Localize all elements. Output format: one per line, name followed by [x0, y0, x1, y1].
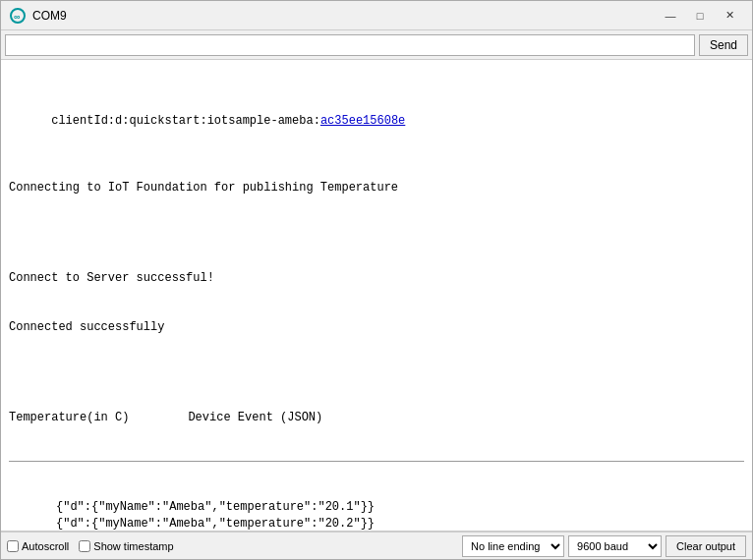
- svg-text:∞: ∞: [14, 12, 21, 22]
- serial-input[interactable]: [5, 34, 695, 56]
- baud-rate-select[interactable]: 300 baud1200 baud2400 baud4800 baud9600 …: [568, 535, 662, 557]
- clear-output-button[interactable]: Clear output: [666, 535, 746, 557]
- statusbar-left: Autoscroll Show timestamp: [7, 540, 456, 552]
- serial-monitor-window: ∞ COM9 — □ ✕ Send clientId:d:quickstart:…: [0, 0, 753, 560]
- arduino-icon: ∞: [9, 7, 27, 25]
- maximize-button[interactable]: □: [685, 6, 715, 26]
- minimize-button[interactable]: —: [656, 6, 685, 26]
- line-ending-select[interactable]: No line endingNewlineCarriage returnBoth…: [462, 535, 564, 557]
- connecting-line: Connecting to IoT Foundation for publish…: [9, 180, 744, 196]
- column-headers: Temperature(in C) Device Event (JSON): [9, 410, 744, 426]
- serial-output: clientId:d:quickstart:iotsample-ameba:ac…: [1, 60, 752, 532]
- client-id-link: ac35ee15608e: [320, 114, 405, 128]
- statusbar-right: No line endingNewlineCarriage returnBoth…: [462, 535, 746, 557]
- autoscroll-label[interactable]: Autoscroll: [7, 540, 69, 552]
- window-controls: — □ ✕: [656, 6, 744, 26]
- data-row: {"d":{"myName":"Ameba","temperature":"20…: [9, 516, 744, 532]
- connect-success-line: Connect to Server successful!: [9, 270, 744, 287]
- header-divider: [9, 461, 744, 462]
- close-button[interactable]: ✕: [715, 6, 744, 26]
- statusbar: Autoscroll Show timestamp No line ending…: [1, 532, 752, 559]
- window-title: COM9: [32, 9, 656, 23]
- timestamp-label[interactable]: Show timestamp: [79, 540, 173, 552]
- timestamp-checkbox[interactable]: [79, 540, 90, 552]
- output-header: clientId:d:quickstart:iotsample-ameba:ac…: [9, 97, 744, 146]
- titlebar: ∞ COM9 — □ ✕: [1, 1, 752, 30]
- data-rows: {"d":{"myName":"Ameba","temperature":"20…: [9, 499, 744, 532]
- connected-line: Connected successfully: [9, 319, 744, 336]
- send-button[interactable]: Send: [699, 34, 748, 56]
- client-id-prefix: clientId:d:quickstart:iotsample-ameba:: [51, 114, 320, 128]
- autoscroll-checkbox[interactable]: [7, 540, 19, 552]
- data-row: {"d":{"myName":"Ameba","temperature":"20…: [9, 499, 744, 516]
- col-event-header: Device Event (JSON): [188, 410, 322, 426]
- col-temp-header: Temperature(in C): [9, 410, 129, 426]
- toolbar: Send: [1, 30, 752, 60]
